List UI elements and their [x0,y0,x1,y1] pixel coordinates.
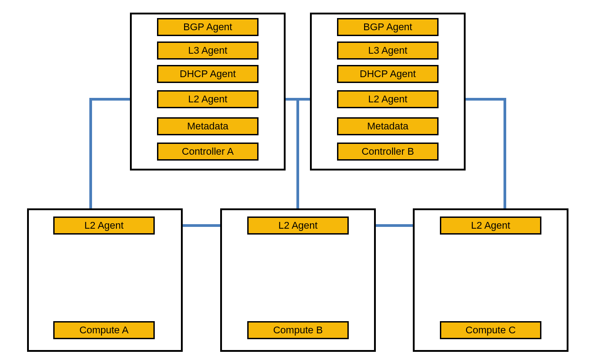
controller-b-name: Controller B [337,143,439,161]
controller-a-l3-agent: L3 Agent [157,41,259,60]
agent-label: BGP Agent [363,21,412,33]
agent-label: Controller B [361,146,414,157]
compute-c-l2-agent: L2 Agent [440,217,541,235]
agent-label: L3 Agent [368,45,407,56]
agent-label: L2 Agent [188,93,227,105]
compute-a-l2-agent: L2 Agent [53,217,155,235]
compute-b-l2-agent: L2 Agent [247,217,349,235]
agent-label: Metadata [367,120,409,132]
controller-a-name: Controller A [157,143,259,161]
agent-label: Metadata [187,120,229,132]
agent-label: L2 Agent [278,220,318,231]
controller-a-dhcp-agent: DHCP Agent [157,65,259,83]
compute-c-name: Compute C [440,321,541,339]
agent-label: L2 Agent [84,220,124,231]
compute-a-name: Compute A [53,321,155,339]
controller-b-l2-agent: L2 Agent [337,90,439,108]
agent-label: DHCP Agent [180,68,236,80]
agent-label: DHCP Agent [360,68,416,80]
controller-b-l3-agent: L3 Agent [337,41,439,60]
controller-b-metadata: Metadata [337,117,439,135]
agent-label: L2 Agent [368,93,407,105]
controller-a-metadata: Metadata [157,117,259,135]
conn-left-drop [89,98,92,226]
controller-b-bgp-agent: BGP Agent [337,18,439,36]
agent-label: L2 Agent [471,220,510,231]
agent-label: Compute B [273,324,323,336]
conn-right-drop [504,98,506,226]
compute-b-name: Compute B [247,321,349,339]
agent-label: BGP Agent [183,21,232,33]
controller-a-bgp-agent: BGP Agent [157,18,259,36]
agent-label: Controller A [182,146,234,157]
agent-label: Compute C [466,324,516,336]
agent-label: L3 Agent [188,45,227,56]
controller-a-l2-agent: L2 Agent [157,90,259,108]
conn-mid-drop [296,98,299,226]
controller-b-dhcp-agent: DHCP Agent [337,65,439,83]
agent-label: Compute A [79,324,129,336]
